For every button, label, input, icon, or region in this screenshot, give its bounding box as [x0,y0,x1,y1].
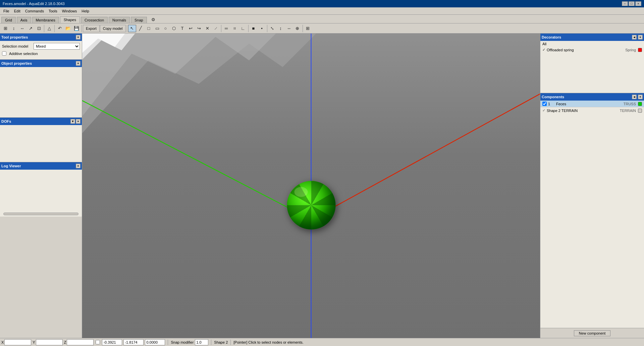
decorators-empty-area [540,53,644,93]
component-feces-num: 1 [548,102,555,106]
snap-settings-button[interactable]: ⚙ [149,16,157,23]
tab-grid[interactable]: Grid [1,17,16,23]
export-button[interactable]: Export [83,25,100,32]
view-btn-5[interactable]: ⊡ [35,25,43,32]
view-btn-1[interactable]: ⊞ [1,25,9,32]
circle-tool[interactable]: ○ [162,25,170,32]
menu-tools[interactable]: Tools [47,8,59,14]
tool-9[interactable]: ↪ [195,25,203,32]
tool-17[interactable]: ⤡ [268,25,276,32]
menu-edit[interactable]: Edit [12,8,22,14]
tab-membranes[interactable]: Membranes [32,17,59,23]
tool-11[interactable]: ⟋ [212,25,220,32]
open-button[interactable]: 📂 [64,25,72,32]
component-item-feces[interactable]: 1 Feces TRUSS [540,101,644,107]
component-terrain-name: Shape 2 TERRAIN [547,109,620,113]
minimize-button[interactable]: − [622,1,628,6]
component-terrain-color[interactable] [638,109,642,113]
tab-shapes[interactable]: Shapes [60,16,80,23]
window-controls: − □ × [622,1,641,6]
menubar: File Edit Commands Tools Windows Help [0,7,644,15]
copy-model-button[interactable]: Copy model [100,25,126,32]
z-input[interactable] [67,339,94,345]
view-btn-3[interactable]: ↔ [18,25,26,32]
log-viewer-header: Log Viewer × [0,162,82,170]
svg-line-5 [82,101,311,220]
components-expand[interactable]: ◄ [632,95,637,99]
menu-windows[interactable]: Windows [60,8,79,14]
text-tool[interactable]: T [178,25,186,32]
dofs-close[interactable]: × [76,119,80,124]
selection-model-select[interactable]: Mixed Node Element [34,43,80,50]
tab-axis[interactable]: Axis [17,17,31,23]
decorators-expand[interactable]: ◄ [632,35,637,40]
tool-13[interactable]: ⌗ [231,25,239,32]
menu-help[interactable]: Help [79,8,91,14]
dofs-minimize[interactable]: ▼ [70,119,75,124]
view-btn-4[interactable]: ↗ [26,25,35,32]
tool-15[interactable]: ■ [250,25,258,32]
snap-modifier-input[interactable] [195,339,208,345]
menu-commands[interactable]: Commands [23,8,46,14]
tool-19[interactable]: ↔ [285,25,293,32]
components-close[interactable]: × [638,95,643,99]
log-viewer-close[interactable]: × [76,164,80,168]
rect-tool[interactable]: □ [145,25,153,32]
tool-extra[interactable]: ⊞ [304,25,312,32]
new-component-button[interactable]: New component [574,330,611,336]
component-item-terrain[interactable]: ✓ Shape 2 TERRAIN TERRAIN [540,107,644,114]
tab-snap[interactable]: Snap [131,17,147,23]
title-text: Feces.amodel - AquaEdit 2.18.0-3043 [3,2,65,6]
selection-model-label: Selection model [2,44,32,48]
log-scrollbar[interactable] [3,213,78,215]
decorators-close[interactable]: × [638,35,643,40]
decorators-content: All ✓ Offloaded spring Spring [540,41,644,93]
tool-16[interactable]: ▪ [258,25,266,32]
dofs-title: DOFs [1,119,11,123]
component-terrain-type: TERRAIN [620,109,636,113]
tool-properties-title: Tool properties [1,35,28,39]
component-feces-color[interactable] [638,102,642,106]
delete-tool[interactable]: ✕ [204,25,212,32]
pointer-tool[interactable]: ↖ [128,25,136,32]
tool-20[interactable]: ⊕ [293,25,302,32]
polygon-tool[interactable]: ⬡ [170,25,178,32]
viewport[interactable] [82,34,540,338]
decorator-color[interactable] [638,48,642,52]
decorator-check[interactable]: ✓ [542,48,545,52]
tool-12[interactable]: ═ [222,25,230,32]
view-mode-btn[interactable]: △ [45,25,53,32]
new-component-row: New component [540,328,644,338]
tool-18[interactable]: ↕ [277,25,285,32]
view-btn-2[interactable]: ↕ [10,25,18,32]
y-input[interactable] [36,339,63,345]
dofs-header: DOFs ▼ × [0,118,82,125]
x-input[interactable] [4,339,31,345]
svg-marker-1 [82,34,276,117]
maximize-button[interactable]: □ [629,1,635,6]
tool-14[interactable]: ∟ [239,25,247,32]
tool-8[interactable]: ↩ [187,25,195,32]
svg-marker-2 [82,34,135,60]
component-feces-checkbox[interactable] [542,102,547,106]
decorators-all-label: All [542,42,546,46]
close-window-button[interactable]: × [635,1,641,6]
coord-y-value: -1.8174 [123,339,144,345]
shape-label: Shape 2 [214,340,228,344]
coord-checkbox[interactable] [96,340,100,344]
status-sep-1 [168,340,168,345]
additive-selection-checkbox[interactable] [2,51,6,56]
additive-selection-row: Additive selection [2,51,80,56]
rect2-tool[interactable]: ▭ [153,25,161,32]
tool-properties-close[interactable]: × [76,35,80,40]
menu-file[interactable]: File [1,8,11,14]
decorator-name: Offloaded spring [547,48,625,52]
tab-normals[interactable]: Normals [109,17,130,23]
dofs-panel: DOFs ▼ × [0,118,82,162]
undo-button[interactable]: ↶ [56,25,64,32]
line-tool[interactable]: ╱ [137,25,145,32]
object-properties-close[interactable]: × [76,61,80,66]
decorators-all-row: All [540,41,644,47]
save-button[interactable]: 💾 [72,25,80,32]
tab-crossection[interactable]: Crossection [81,17,108,23]
